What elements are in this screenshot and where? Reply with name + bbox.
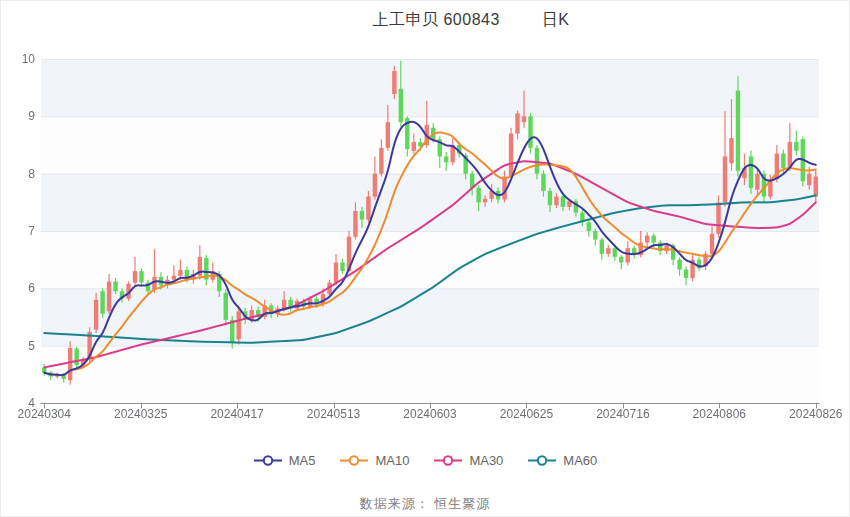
x-axis-label: 20240716 [583, 407, 663, 421]
legend-item-ma60[interactable]: MA60 [527, 453, 597, 468]
x-axis-label: 20240417 [197, 407, 277, 421]
x-axis-label: 20240625 [486, 407, 566, 421]
x-axis-label: 20240603 [390, 407, 470, 421]
x-axis-label: 20240304 [4, 407, 84, 421]
legend-item-ma30[interactable]: MA30 [433, 453, 503, 468]
data-source-footer: 数据来源： 恒生聚源 [1, 495, 849, 513]
y-axis-label: 9 [1, 108, 35, 124]
y-axis-label: 6 [1, 280, 35, 296]
y-axis-label: 8 [1, 166, 35, 182]
legend-line-marker-icon [339, 454, 369, 467]
x-axis-label: 20240806 [679, 407, 759, 421]
legend-line-marker-icon [253, 454, 283, 467]
legend-item-ma10[interactable]: MA10 [339, 453, 409, 468]
x-axis-label: 20240513 [294, 407, 374, 421]
y-axis-label: 7 [1, 223, 35, 239]
x-axis-label: 20240325 [101, 407, 181, 421]
legend-item-label: MA60 [563, 453, 597, 468]
legend-item-label: MA30 [469, 453, 503, 468]
x-axis-label: 20240826 [776, 407, 850, 421]
legend-line-marker-icon [527, 454, 557, 467]
legend-line-marker-icon [433, 454, 463, 467]
legend-item-ma5[interactable]: MA5 [253, 453, 316, 468]
legend-item-label: MA10 [375, 453, 409, 468]
y-axis-label: 5 [1, 338, 35, 354]
legend: MA5MA10MA30MA60 [1, 453, 849, 468]
stock-chart-app: 上工申贝 600843 日K 10987654 2024030420240325… [0, 0, 850, 517]
kline-chart-canvas[interactable] [1, 1, 850, 431]
y-axis-label: 10 [1, 51, 35, 67]
legend-item-label: MA5 [289, 453, 316, 468]
